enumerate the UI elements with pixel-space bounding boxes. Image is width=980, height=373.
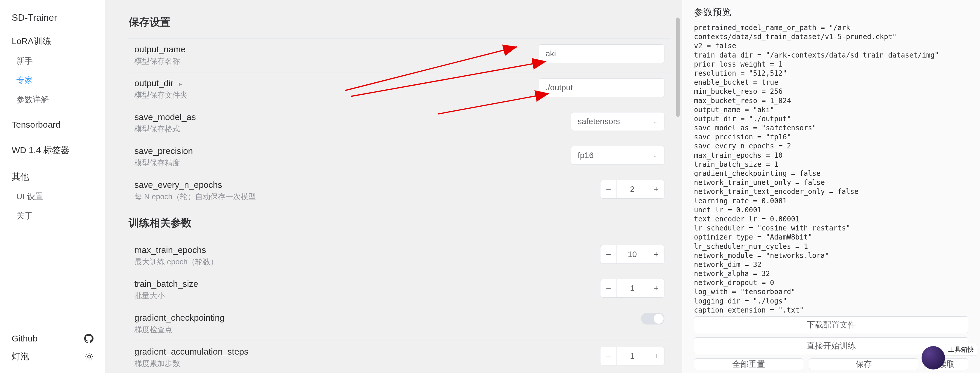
github-label: Github <box>12 333 37 343</box>
sublabel-gradient-accum: 梯度累加步数 <box>134 359 536 368</box>
label-output-dir-text: output_dir <box>134 78 173 88</box>
stepper-train-batch-size-value[interactable]: 1 <box>617 284 648 293</box>
row-save-every-n: save_every_n_epochs 每 N epoch（轮）自动保存一次模型… <box>129 174 670 208</box>
sublabel-save-every-n: 每 N epoch（轮）自动保存一次模型 <box>134 192 536 202</box>
row-gradient-accum: gradient_accumulation_steps 梯度累加步数 − 1 + <box>129 341 670 373</box>
chevron-right-icon[interactable]: ▸ <box>179 80 182 88</box>
decrement-button[interactable]: − <box>600 180 617 198</box>
scrollbar[interactable] <box>676 17 679 117</box>
chevron-down-icon: ⌄ <box>652 152 658 159</box>
main-content: 保存设置 output_name 模型保存名称 output_dir ▸ 模型保… <box>105 0 682 373</box>
sidebar-item-wd14[interactable]: WD 1.4 标签器 <box>0 140 105 160</box>
label-max-train-epochs: max_train_epochs <box>134 245 536 255</box>
decrement-button[interactable]: − <box>600 347 617 365</box>
stepper-save-every-n: − 2 + <box>600 180 665 198</box>
sidebar-item-ui-settings[interactable]: UI 设置 <box>0 187 105 206</box>
sublabel-max-train-epochs: 最大训练 epoch（轮数） <box>134 257 536 267</box>
download-config-button[interactable]: 下载配置文件 <box>694 316 968 333</box>
select-save-model-as[interactable]: safetensors ⌄ <box>571 112 665 131</box>
toolbox-tooltip[interactable]: 工具箱快 <box>945 344 977 356</box>
label-save-every-n: save_every_n_epochs <box>134 180 536 190</box>
assistant-avatar[interactable] <box>921 346 945 370</box>
section-train-title: 训练相关参数 <box>129 208 670 239</box>
sidebar-item-param-explain[interactable]: 参数详解 <box>0 90 105 109</box>
decrement-button[interactable]: − <box>600 245 617 263</box>
stepper-save-every-n-value[interactable]: 2 <box>617 185 648 194</box>
save-button[interactable]: 保存 <box>809 359 918 370</box>
sidebar-item-about[interactable]: 关于 <box>0 206 105 225</box>
label-save-model-as: save_model_as <box>134 112 536 122</box>
decrement-button[interactable]: − <box>600 279 617 297</box>
label-output-name: output_name <box>134 44 536 54</box>
sidebar-nav: LoRA训练 新手 专家 参数详解 Tensorboard WD 1.4 标签器… <box>0 31 105 330</box>
theme-label: 灯泡 <box>12 351 29 362</box>
sublabel-gradient-checkpointing: 梯度检查点 <box>134 324 536 335</box>
row-gradient-checkpointing: gradient_checkpointing 梯度检查点 <box>129 307 670 341</box>
row-save-model-as: save_model_as 模型保存格式 safetensors ⌄ <box>129 106 670 140</box>
sidebar-github-link[interactable]: Github <box>12 330 94 347</box>
sublabel-train-batch-size: 批量大小 <box>134 290 536 301</box>
reset-all-button[interactable]: 全部重置 <box>694 359 803 370</box>
stepper-gradient-accum: − 1 + <box>600 347 665 365</box>
label-output-dir: output_dir ▸ <box>134 78 536 88</box>
select-save-precision[interactable]: fp16 ⌄ <box>571 146 665 165</box>
label-gradient-accum: gradient_accumulation_steps <box>134 347 536 357</box>
chevron-down-icon: ⌄ <box>652 118 658 125</box>
increment-button[interactable]: + <box>648 279 664 297</box>
preview-title: 参数预览 <box>694 6 968 23</box>
svg-point-0 <box>88 355 91 358</box>
section-save-title: 保存设置 <box>129 7 670 38</box>
row-output-dir: output_dir ▸ 模型保存文件夹 <box>129 72 670 106</box>
increment-button[interactable]: + <box>648 245 664 263</box>
sun-icon <box>85 352 94 361</box>
increment-button[interactable]: + <box>648 347 664 365</box>
sidebar: SD-Trainer LoRA训练 新手 专家 参数详解 Tensorboard… <box>0 0 105 373</box>
increment-button[interactable]: + <box>648 180 664 198</box>
sidebar-bottom: Github 灯泡 <box>0 330 105 366</box>
sublabel-output-dir: 模型保存文件夹 <box>134 90 536 100</box>
stepper-gradient-accum-value[interactable]: 1 <box>617 351 648 361</box>
input-output-name[interactable] <box>539 44 665 63</box>
preview-panel: 参数预览 pretrained_model_name_or_path = "/a… <box>682 0 980 373</box>
select-save-model-as-value: safetensors <box>578 117 620 126</box>
label-save-precision: save_precision <box>134 146 536 156</box>
sublabel-output-name: 模型保存名称 <box>134 56 536 66</box>
stepper-train-batch-size: − 1 + <box>600 279 665 298</box>
row-save-precision: save_precision 模型保存精度 fp16 ⌄ <box>129 140 670 174</box>
sidebar-item-beginner[interactable]: 新手 <box>0 51 105 71</box>
sidebar-item-lora[interactable]: LoRA训练 <box>0 31 105 51</box>
sidebar-item-expert[interactable]: 专家 <box>0 71 105 90</box>
sublabel-save-model-as: 模型保存格式 <box>134 124 536 134</box>
stepper-max-train-epochs-value[interactable]: 10 <box>617 250 648 259</box>
row-output-name: output_name 模型保存名称 <box>129 38 670 72</box>
label-train-batch-size: train_batch_size <box>134 279 536 289</box>
toggle-gradient-checkpointing[interactable] <box>641 313 665 324</box>
sidebar-item-other: 其他 <box>0 167 105 187</box>
github-icon <box>84 334 94 343</box>
sidebar-theme-toggle[interactable]: 灯泡 <box>12 347 94 366</box>
row-train-batch-size: train_batch_size 批量大小 − 1 + <box>129 273 670 307</box>
label-gradient-checkpointing: gradient_checkpointing <box>134 313 536 323</box>
app-title: SD-Trainer <box>0 7 105 31</box>
preview-code[interactable]: pretrained_model_name_or_path = "/ark-co… <box>694 23 968 314</box>
select-save-precision-value: fp16 <box>578 151 594 160</box>
row-max-train-epochs: max_train_epochs 最大训练 epoch（轮数） − 10 + <box>129 239 670 273</box>
sidebar-item-tensorboard[interactable]: Tensorboard <box>0 116 105 134</box>
input-output-dir[interactable] <box>539 78 665 97</box>
sublabel-save-precision: 模型保存精度 <box>134 158 536 168</box>
stepper-max-train-epochs: − 10 + <box>600 245 665 264</box>
